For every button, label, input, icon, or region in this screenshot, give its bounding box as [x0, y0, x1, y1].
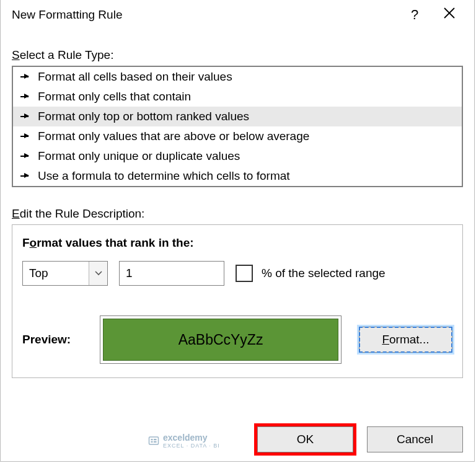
chevron-down-icon[interactable]: [89, 262, 107, 285]
rule-type-label: Format all cells based on their values: [38, 70, 232, 84]
titlebar: New Formatting Rule ?: [1, 0, 474, 30]
percent-label: % of the selected range: [262, 267, 386, 280]
preview-box: AaBbCcYyZz: [100, 315, 342, 364]
flag-icon: [20, 112, 33, 121]
rank-value-input[interactable]: [119, 261, 224, 286]
format-values-rank-label: Format values that rank in the:: [22, 236, 452, 250]
flag-icon: [20, 73, 33, 81]
rank-direction-value: Top: [23, 267, 89, 280]
preview-label: Preview:: [22, 333, 100, 346]
dialog-title: New Formatting Rule: [12, 8, 397, 22]
rule-type-item[interactable]: Format all cells based on their values: [13, 67, 462, 87]
flag-icon: [20, 92, 33, 101]
new-formatting-rule-dialog: New Formatting Rule ? Select a Rule Type…: [0, 0, 475, 462]
edit-rule-description-label: Edit the Rule Description:: [12, 207, 463, 221]
svg-rect-6: [154, 441, 157, 443]
svg-rect-4: [151, 441, 153, 443]
format-button[interactable]: Format...: [359, 327, 452, 353]
rule-type-item[interactable]: Use a formula to determine which cells t…: [13, 166, 462, 186]
rule-type-item[interactable]: Format only values that are above or bel…: [13, 126, 462, 146]
rule-type-label: Format only cells that contain: [38, 90, 191, 104]
help-icon[interactable]: ?: [397, 7, 432, 23]
select-rule-type-label: Select a Rule Type:: [12, 48, 463, 62]
flag-icon: [20, 172, 33, 180]
dialog-button-row: OK Cancel: [257, 426, 463, 452]
flag-icon: [20, 152, 33, 161]
rule-description-box: Format values that rank in the: Top % of…: [12, 224, 463, 378]
svg-rect-2: [149, 437, 159, 444]
svg-rect-5: [154, 439, 157, 440]
percent-checkbox[interactable]: [236, 265, 253, 282]
svg-rect-3: [151, 439, 153, 440]
flag-icon: [20, 132, 33, 141]
cancel-button[interactable]: Cancel: [367, 426, 463, 452]
rule-type-label: Format only values that are above or bel…: [38, 130, 309, 143]
rule-type-label: Format only top or bottom ranked values: [38, 110, 249, 123]
rank-direction-combo[interactable]: Top: [22, 261, 108, 286]
rule-type-label: Format only unique or duplicate values: [38, 149, 240, 163]
ok-button[interactable]: OK: [257, 426, 353, 452]
close-icon[interactable]: [432, 7, 467, 23]
preview-sample: AaBbCcYyZz: [103, 319, 338, 361]
rule-type-list: Format all cells based on their valuesFo…: [12, 66, 463, 187]
rule-type-label: Use a formula to determine which cells t…: [38, 169, 290, 183]
watermark: exceldemy EXCEL · DATA · BI: [148, 433, 220, 449]
rule-type-item[interactable]: Format only top or bottom ranked values: [13, 107, 462, 126]
rule-type-item[interactable]: Format only unique or duplicate values: [13, 146, 462, 166]
rule-type-item[interactable]: Format only cells that contain: [13, 87, 462, 107]
